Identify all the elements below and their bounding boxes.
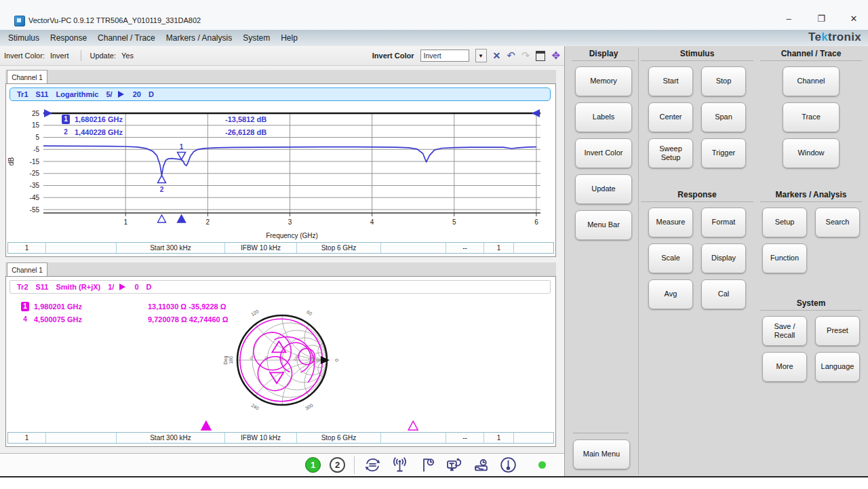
maximize-button[interactable]: ❐ [811, 14, 831, 24]
panel-button-memory[interactable]: Memory [575, 66, 632, 96]
marker-frequency: 1,440228 GHz [75, 128, 225, 136]
panel-button-menu-bar[interactable]: Menu Bar [575, 210, 632, 240]
trace-trace-label: Tr2 [17, 283, 28, 291]
svg-text:2: 2 [160, 186, 164, 193]
continuous-sweep-icon[interactable] [363, 456, 382, 474]
menu-system[interactable]: System [237, 33, 275, 43]
channel-1-log-panel: Tr1S11Logarithmic5/20D 12345625155-5-15-… [5, 83, 556, 257]
close-toolbar-icon[interactable]: ✕ [493, 50, 501, 61]
tab-channel-1[interactable]: Channel 1 [7, 70, 47, 84]
panel-button-language[interactable]: Language [815, 352, 860, 382]
app-window: VectorVu-PC 0.9.12 TTR506A_Y010119_331DA… [0, 0, 868, 477]
menu-bar: StimulusResponseChannel / TraceMarkers /… [0, 30, 868, 47]
group-header-markers-analysis: Markers / Analysis [760, 190, 862, 202]
panel-button-preset[interactable]: Preset [815, 316, 860, 346]
invert-color-label: Invert Color: [4, 52, 45, 60]
panel-button-window[interactable]: Window [783, 138, 840, 168]
trace1-header[interactable]: Tr1S11Logarithmic5/20D [9, 87, 551, 101]
svg-text:60: 60 [306, 309, 313, 316]
marker-value: 9,720078 Ω 42,74460 Ω [148, 315, 229, 324]
panel-button-scale[interactable]: Scale [648, 243, 693, 273]
panel-button-search[interactable]: Search [815, 208, 860, 237]
panel-button-measure[interactable]: Measure [648, 208, 693, 237]
panel-button-avg[interactable]: Avg [648, 279, 693, 309]
window-layout-icon[interactable] [536, 51, 545, 61]
panel-button-trace[interactable]: Trace [783, 102, 840, 132]
minimize-button[interactable]: – [778, 14, 799, 24]
panel-button-cal[interactable]: Cal [701, 279, 746, 309]
svg-text:Deg180: Deg180 [223, 355, 233, 364]
main-menu-separator [573, 433, 629, 433]
panel-button-stop[interactable]: Stop [701, 66, 746, 96]
redo-icon[interactable]: ↷ [521, 50, 530, 62]
panel-button-center[interactable]: Center [648, 102, 693, 132]
channel-1-indicator[interactable]: 1 [305, 457, 321, 473]
panel-separator [638, 47, 639, 475]
update-value[interactable]: Yes [121, 52, 134, 60]
status-cell [514, 433, 553, 443]
toolbar: Invert Color: Invert Update: Yes Invert … [0, 46, 564, 66]
undo-icon[interactable]: ↶ [507, 50, 515, 62]
panel-button-span[interactable]: Span [701, 102, 746, 132]
temperature-icon[interactable] [499, 456, 517, 474]
svg-text:1: 1 [123, 218, 127, 226]
panel-button-invert-color[interactable]: Invert Color [575, 138, 632, 168]
menu-help[interactable]: Help [275, 33, 303, 43]
settings-icon[interactable]: ✥ [551, 50, 560, 62]
marker-frequency: 1,980201 GHz [34, 302, 148, 311]
main-menu-button[interactable]: Main Menu [573, 439, 630, 469]
group-display: Display MemoryLabelsInvert ColorUpdateMe… [572, 49, 635, 240]
trace-suffix-label: D [146, 283, 152, 291]
panel-button-function[interactable]: Function [762, 243, 807, 273]
menu-response[interactable]: Response [45, 33, 92, 43]
menu-stimulus[interactable]: Stimulus [3, 33, 45, 43]
invert-color-dropdown[interactable]: Invert [420, 50, 469, 62]
svg-text:300: 300 [304, 403, 314, 411]
rf-output-icon[interactable] [391, 456, 409, 474]
panel-button-start[interactable]: Start [648, 66, 693, 96]
group-system: System Save / RecallPresetMoreLanguage [760, 298, 862, 382]
svg-text:120: 120 [250, 309, 260, 317]
panel-button-setup[interactable]: Setup [762, 208, 807, 237]
panel-button-format[interactable]: Format [701, 208, 746, 237]
trace2-header[interactable]: Tr2S11Smith (R+jX)1/0D [9, 280, 551, 294]
panel-button-sweep-setup[interactable]: Sweep Setup [648, 138, 693, 168]
dropdown-arrow-icon[interactable]: ▼ [475, 49, 487, 62]
invert-color-value[interactable]: Invert [50, 52, 69, 60]
toolbar-separator [81, 50, 81, 61]
invert-color-toolbar-label: Invert Color [372, 52, 414, 60]
app-icon [14, 16, 25, 26]
iconbar-separator [354, 456, 355, 474]
trigger-icon[interactable] [445, 456, 463, 474]
title-bar: VectorVu-PC 0.9.12 TTR506A_Y010119_331DA… [0, 0, 868, 30]
frequency-reference-icon[interactable] [418, 456, 436, 474]
status-cell: 1 [8, 243, 46, 253]
menu-markers-analysis[interactable]: Markers / Analysis [161, 33, 237, 43]
panel-button-save-recall[interactable]: Save / Recall [762, 316, 807, 346]
marker-readout-row: 44,500075 GHz9,720078 Ω 42,74460 Ω [21, 313, 229, 326]
panel-button-trigger[interactable]: Trigger [701, 138, 746, 168]
panel-button-channel[interactable]: Channel [783, 66, 840, 96]
tektronix-logo: Tektronix [808, 31, 861, 44]
panel-button-more[interactable]: More [762, 352, 807, 382]
status-cell: 1 [484, 433, 514, 443]
channel-2-indicator[interactable]: 2 [330, 457, 345, 473]
panel-button-labels[interactable]: Labels [575, 102, 632, 132]
marker-id: 2 [62, 128, 70, 137]
brand-post: tronix [828, 31, 861, 43]
status-cell: IFBW 10 kHz [225, 243, 297, 253]
trace-ref-label: 0 [134, 283, 138, 291]
play-icon [118, 91, 127, 98]
svg-text:-45: -45 [30, 194, 40, 201]
marker-value: -13,5812 dB [225, 115, 267, 123]
panel-button-update[interactable]: Update [575, 174, 632, 204]
save-session-icon[interactable] [472, 456, 490, 474]
status-icon-bar: 1 2 [0, 453, 564, 476]
status-cell: Start 300 kHz [117, 433, 225, 443]
menu-channel-trace[interactable]: Channel / Trace [92, 33, 161, 43]
close-button[interactable]: ✕ [844, 14, 864, 24]
brand-pre: Te [808, 31, 821, 43]
svg-text:1: 1 [180, 143, 184, 151]
tab-channel-1-smith[interactable]: Channel 1 [7, 262, 47, 277]
panel-button-display[interactable]: Display [701, 243, 746, 273]
